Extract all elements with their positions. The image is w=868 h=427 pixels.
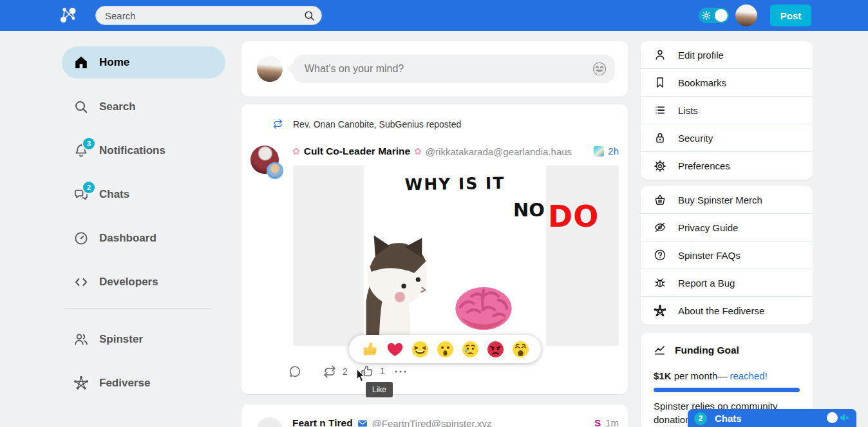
post-button[interactable]: Post <box>770 5 811 26</box>
menu-item-bookmarks[interactable]: Bookmarks <box>641 69 813 97</box>
post-author-handle[interactable]: @rikkatakarada@gearlandia.haus <box>426 146 572 157</box>
funding-goal-title-row: Funding Goal <box>654 344 739 356</box>
next-post-avatar[interactable] <box>257 417 283 427</box>
menu-item-buy-merch[interactable]: Buy Spinster Merch <box>641 186 813 214</box>
top-navbar: Post <box>0 0 868 31</box>
composer-input[interactable] <box>293 55 615 83</box>
gear-icon <box>654 160 666 173</box>
chats-dock-panel[interactable]: 2 Chats <box>688 409 856 427</box>
funding-amount: $1K <box>654 370 672 381</box>
sound-toggle-knob <box>827 412 838 423</box>
emoji-picker-icon[interactable] <box>592 61 607 77</box>
next-post-author-handle[interactable]: @FeartnTired@spinster.xyz <box>372 418 492 427</box>
flower-icon: ✿ <box>292 146 300 157</box>
account-menu-card: Edit profile Bookmarks Lists Security Pr… <box>641 41 813 180</box>
next-post-author-name[interactable]: Feart n Tired <box>292 417 353 427</box>
home-icon <box>73 55 89 70</box>
menu-item-edit-profile[interactable]: Edit profile <box>641 41 813 69</box>
menu-item-label: About the Fediverse <box>678 305 764 316</box>
fediverse-icon <box>73 375 89 391</box>
menu-item-preferences[interactable]: Preferences <box>641 152 813 180</box>
funding-progress-bar <box>654 388 800 392</box>
custom-emoji-icon <box>594 146 604 157</box>
bug-icon <box>654 276 666 289</box>
sidebar-item-home[interactable]: Home <box>62 46 225 79</box>
repost-note-row: Rev. Onan Canobite, SubGenius reposted <box>272 119 461 129</box>
menu-item-label: Spinster FAQs <box>678 250 741 261</box>
sidebar-item-search[interactable]: Search <box>62 91 225 123</box>
notifications-badge: 3 <box>83 138 95 149</box>
spinster-logo-icon[interactable] <box>59 6 77 24</box>
current-user-avatar[interactable] <box>735 5 757 26</box>
reaction-heart-emoji[interactable] <box>386 340 404 359</box>
sidebar-item-label: Notifications <box>99 144 165 157</box>
chats-sound-toggle[interactable] <box>827 412 850 423</box>
funding-goal-title: Funding Goal <box>675 345 739 356</box>
theme-toggle[interactable] <box>699 8 729 23</box>
repost-button[interactable]: 2 <box>323 365 348 379</box>
cat-image <box>361 203 435 346</box>
search-icon[interactable] <box>303 10 316 22</box>
sidebar-divider <box>64 308 211 308</box>
sidebar-item-chats[interactable]: 2 Chats <box>62 178 225 211</box>
post-author-name[interactable]: Cult Co-Leader Marine <box>304 146 410 157</box>
menu-item-label: Report a Bug <box>678 278 735 289</box>
like-button[interactable]: 1 <box>360 364 385 378</box>
chats-badge: 2 <box>83 182 95 193</box>
funding-goal-amount-line: $1K per month— reached! <box>654 370 768 381</box>
reaction-weary-emoji[interactable] <box>511 340 530 359</box>
menu-item-label: Privacy Guide <box>678 222 738 233</box>
sidebar-item-label: Developers <box>99 276 158 289</box>
chats-unread-badge: 2 <box>694 412 707 425</box>
reaction-laughing-emoji[interactable] <box>411 340 429 359</box>
sidebar-item-label: Fediverse <box>99 377 150 390</box>
sidebar-item-label: Home <box>99 56 129 69</box>
next-post-author-row: Feart n Tired @FeartnTired@spinster.xyz <box>292 417 491 427</box>
more-options-button[interactable] <box>393 365 408 379</box>
chart-line-icon <box>654 344 666 356</box>
meme-no-text: NO <box>513 199 545 221</box>
sidebar-item-label: Spinster <box>99 333 143 346</box>
comment-button[interactable] <box>288 365 302 379</box>
reposter-avatar[interactable] <box>267 162 283 179</box>
next-post-timestamp[interactable]: 1m <box>605 417 619 427</box>
menu-item-security[interactable]: Security <box>641 124 813 152</box>
menu-item-label: Lists <box>678 105 698 116</box>
reaction-angry-emoji[interactable] <box>486 340 505 359</box>
menu-item-privacy-guide[interactable]: Privacy Guide <box>641 214 813 242</box>
meme-top-text: WHY IS IT <box>364 173 546 195</box>
sidebar-item-notifications[interactable]: 3 Notifications <box>62 135 225 167</box>
sidebar-item-developers[interactable]: Developers <box>62 266 225 298</box>
menu-item-lists[interactable]: Lists <box>641 97 813 124</box>
funding-dash: — <box>717 370 730 381</box>
funding-reached-link[interactable]: reached! <box>730 370 767 381</box>
reaction-thumbs-up-emoji[interactable] <box>361 340 379 359</box>
menu-item-label: Security <box>678 133 713 144</box>
reaction-surprised-emoji[interactable] <box>436 340 455 359</box>
funding-period: per month <box>672 370 718 381</box>
composer-avatar[interactable] <box>257 56 283 82</box>
thumbs-up-icon <box>360 364 374 378</box>
repost-note[interactable]: Rev. Onan Canobite, SubGenius reposted <box>293 119 461 129</box>
people-icon <box>73 332 89 347</box>
next-post-meta: S 1m <box>594 417 619 427</box>
funding-progress-fill <box>654 388 800 392</box>
menu-item-report-bug[interactable]: Report a Bug <box>641 269 813 297</box>
post-timestamp[interactable]: 2h <box>608 146 619 157</box>
next-post-card: Feart n Tired @FeartnTired@spinster.xyz … <box>241 404 628 427</box>
lock-icon <box>654 131 666 144</box>
bookmark-icon <box>654 76 666 89</box>
menu-item-about-fediverse[interactable]: About the Fediverse <box>641 297 813 325</box>
reaction-picker <box>349 335 541 363</box>
meme-do-text: DO <box>548 199 599 234</box>
sidebar-item-fediverse[interactable]: Fediverse <box>62 367 225 399</box>
sidebar-item-dashboard[interactable]: Dashboard <box>62 222 225 254</box>
repost-icon <box>323 365 337 379</box>
info-menu-card: Buy Spinster Merch Privacy Guide Spinste… <box>641 186 813 325</box>
sidebar-item-spinster[interactable]: Spinster <box>62 323 225 356</box>
reaction-crying-emoji[interactable] <box>461 340 480 359</box>
post-media[interactable]: WHY IS IT NO DO <box>293 166 619 346</box>
menu-item-label: Bookmarks <box>678 77 726 88</box>
search-input[interactable] <box>96 6 321 24</box>
menu-item-faqs[interactable]: Spinster FAQs <box>641 242 813 269</box>
